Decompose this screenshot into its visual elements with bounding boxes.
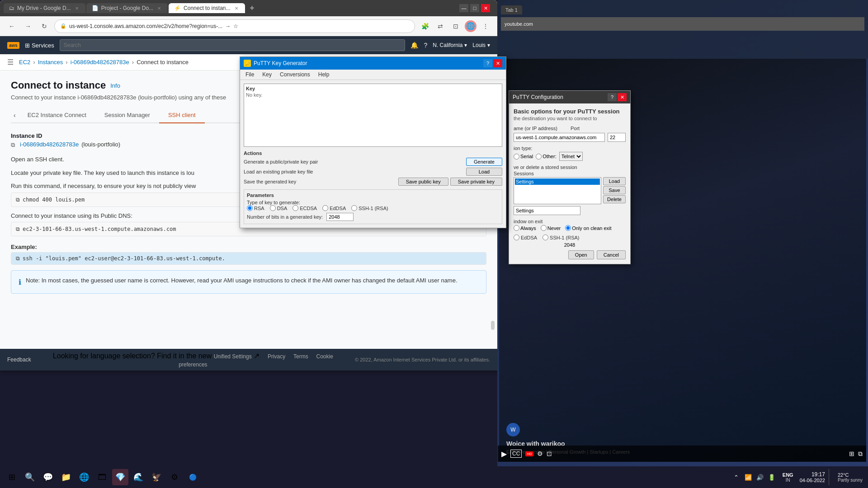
tray-wifi-icon[interactable]: 📶	[744, 473, 753, 482]
taskbar-chat-btn[interactable]: 💬	[40, 469, 56, 485]
taskbar-wave-btn[interactable]: 🌊	[130, 469, 146, 485]
session-delete-btn[interactable]: Delete	[603, 195, 626, 203]
session-list-item-default[interactable]: Settings	[515, 178, 600, 185]
taskbar-edge-btn[interactable]: 🌐	[76, 469, 92, 485]
putty-keygen-close-btn[interactable]: ✕	[493, 59, 502, 67]
vc-fullscreen-icon[interactable]: ⊡	[547, 450, 552, 457]
putty-generate-btn[interactable]: Generate	[466, 158, 502, 166]
putty-menu-file[interactable]: File	[242, 70, 258, 79]
putty-keygen-help-btn[interactable]: ?	[483, 59, 492, 67]
session-serial-radio[interactable]: Serial	[514, 154, 533, 160]
breadcrumb-instance-id[interactable]: i-06869db482628783e	[71, 59, 129, 66]
session-load-btn[interactable]: Load	[603, 177, 626, 185]
privacy-link[interactable]: Privacy	[268, 353, 285, 360]
putty-radio-ecdsa[interactable]: ECDSA	[292, 205, 317, 211]
putty-bits-input[interactable]	[326, 213, 354, 221]
menu-icon[interactable]: ⋮	[479, 20, 492, 33]
session-list[interactable]: Settings	[514, 177, 601, 204]
tab-close-drive[interactable]: ✕	[74, 5, 80, 11]
browser-close[interactable]: ✕	[481, 4, 490, 12]
taskbar-explorer-btn[interactable]: 📁	[58, 469, 74, 485]
session-other-radio[interactable]: Other:	[536, 154, 557, 160]
browser-maximize[interactable]: □	[470, 4, 479, 12]
copy-icon-instance[interactable]: ⧉	[11, 141, 17, 148]
tab-connect[interactable]: ⚡ Connect to instan... ✕	[169, 3, 245, 13]
aws-services-menu[interactable]: ⊞ Services	[25, 42, 54, 49]
split-icon[interactable]: ⊡	[449, 20, 462, 33]
instance-id-link[interactable]: i-06869db482628783e	[20, 141, 79, 148]
breadcrumb-ec2[interactable]: EC2	[19, 59, 30, 66]
aws-search-input[interactable]	[60, 39, 406, 51]
taskbar-settings-btn[interactable]: ⚙	[166, 469, 183, 485]
putty-load-btn[interactable]: Load	[466, 168, 502, 176]
browser-minimize[interactable]: —	[459, 4, 468, 12]
breadcrumb-instances[interactable]: Instances	[38, 59, 63, 66]
tab-docs[interactable]: 📄 Project - Google Do... ✕	[86, 3, 168, 13]
sync-icon[interactable]: ⇄	[434, 20, 447, 33]
tray-battery-icon[interactable]: 🔋	[767, 473, 776, 482]
session-save-btn[interactable]: Save	[603, 186, 626, 194]
session-help-btn[interactable]: ?	[608, 93, 617, 101]
tab-ssh-client[interactable]: SSH client	[159, 108, 205, 123]
feedback-link[interactable]: Feedback	[7, 357, 31, 363]
aws-bell-icon[interactable]: 🔔	[410, 42, 418, 49]
aws-user-menu[interactable]: Louis ▾	[472, 42, 490, 48]
refresh-button[interactable]: ↻	[38, 20, 51, 33]
vc-cc-btn[interactable]: CC	[510, 450, 522, 458]
putty-menu-help[interactable]: Help	[315, 70, 333, 79]
terms-link[interactable]: Terms	[293, 353, 308, 360]
forward-button[interactable]: →	[22, 20, 34, 33]
putty-menu-key[interactable]: Key	[259, 70, 275, 79]
taskbar-search-btn[interactable]: 🔍	[22, 469, 38, 485]
profile-icon[interactable]: 🌐	[465, 20, 476, 32]
address-bar[interactable]: 🔒 us-west-1.console.aws.amazon.com/ec2/v…	[54, 19, 415, 33]
taskbar-start-btn[interactable]: ⊞	[4, 469, 20, 485]
putty-radio-dsa[interactable]: DSA	[270, 205, 288, 211]
session-open-btn[interactable]: Open	[568, 250, 594, 259]
tab-ec2-connect[interactable]: EC2 Instance Connect	[19, 108, 95, 123]
vc-play-btn[interactable]: ▶	[501, 450, 507, 458]
taskbar-ruby-btn[interactable]: 💎	[112, 469, 128, 485]
session-cancel-btn[interactable]: Cancel	[597, 250, 626, 259]
putty-radio-ssh1[interactable]: SSH-1 (RSA)	[351, 205, 388, 211]
putty-radio-rsa[interactable]: RSA	[247, 205, 264, 211]
session-never-radio[interactable]: Never	[541, 225, 561, 231]
session-name-input[interactable]	[514, 206, 580, 215]
tab-session-manager[interactable]: Session Manager	[95, 108, 159, 123]
tab-close-docs[interactable]: ✕	[156, 5, 162, 11]
vc-settings-icon[interactable]: ⚙	[537, 450, 543, 457]
copy-icon-cmd[interactable]: ⧉	[16, 196, 20, 204]
copy-icon-example[interactable]: ⧉	[16, 255, 20, 262]
new-tab-button[interactable]: +	[246, 2, 259, 14]
taskbar-chrome-btn[interactable]: 🔵	[184, 469, 201, 485]
putty-save-public-btn[interactable]: Save public key	[398, 178, 448, 186]
taskbar-store-btn[interactable]: 🗔	[94, 469, 110, 485]
aws-help-icon[interactable]: ?	[424, 42, 427, 49]
tab-prev-arrow[interactable]: ‹	[11, 108, 19, 122]
session-clean-radio[interactable]: Only on clean exit	[565, 225, 611, 231]
session-always-radio[interactable]: Always	[514, 225, 536, 231]
putty-radio-eddsa[interactable]: EdDSA	[322, 205, 346, 211]
session-hostname-input[interactable]	[514, 133, 605, 142]
vc-grid-icon[interactable]: ⊞	[849, 450, 854, 457]
vc-pip-icon[interactable]: ⧉	[858, 450, 863, 458]
aws-region-selector[interactable]: N. California ▾	[433, 42, 467, 48]
putty-menu-conversions[interactable]: Conversions	[276, 70, 314, 79]
lang-indicator[interactable]: ENG IN	[783, 472, 793, 483]
putty-save-private-btn[interactable]: Save private key	[450, 178, 502, 186]
putty-extra-eddsa[interactable]: EdDSA	[514, 235, 537, 240]
tab-drive[interactable]: 🗂 My Drive - Google D... ✕	[4, 3, 85, 13]
tray-volume-icon[interactable]: 🔊	[755, 473, 764, 482]
taskbar-twitter-btn[interactable]: 🦅	[148, 469, 165, 485]
tab-close-connect[interactable]: ✕	[233, 5, 240, 11]
session-conn-select[interactable]: Telnet	[559, 152, 583, 161]
back-button[interactable]: ←	[5, 20, 18, 33]
session-close-btn[interactable]: ✕	[618, 93, 627, 101]
info-link[interactable]: Info	[110, 82, 120, 89]
hamburger-menu[interactable]: ☰	[7, 58, 14, 66]
taskbar-clock[interactable]: 19:17 04-06-2022	[800, 471, 825, 483]
extensions-icon[interactable]: 🧩	[419, 20, 431, 33]
copy-icon-dns[interactable]: ⧉	[16, 225, 20, 233]
session-port-input[interactable]	[608, 133, 626, 142]
putty-extra-ssh1[interactable]: SSH-1 (RSA)	[542, 235, 579, 240]
